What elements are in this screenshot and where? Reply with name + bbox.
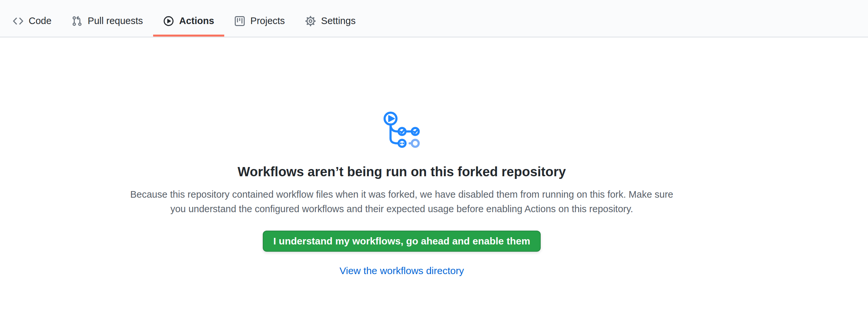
gear-icon xyxy=(305,16,316,26)
git-pull-request-icon xyxy=(72,16,82,26)
tab-label: Pull requests xyxy=(88,16,143,26)
tab-label: Actions xyxy=(179,16,214,26)
tab-label: Projects xyxy=(250,16,285,26)
tab-settings[interactable]: Settings xyxy=(295,5,366,37)
tab-label: Code xyxy=(29,16,51,26)
play-circle-icon xyxy=(163,16,174,26)
enable-button-row: I understand my workflows, go ahead and … xyxy=(128,216,675,252)
workflow-graph-icon xyxy=(128,111,675,150)
enable-workflows-button[interactable]: I understand my workflows, go ahead and … xyxy=(263,230,541,252)
tab-pull-requests[interactable]: Pull requests xyxy=(62,5,153,37)
repo-nav: CodePull requestsActionsProjectsSettings xyxy=(0,0,868,37)
workflows-disabled-notice: Workflows aren’t being run on this forke… xyxy=(128,111,675,277)
code-icon xyxy=(13,16,23,26)
repo-tab-list: CodePull requestsActionsProjectsSettings xyxy=(3,5,366,37)
view-workflows-directory-link[interactable]: View the workflows directory xyxy=(340,265,464,277)
notice-description: Because this repository contained workfl… xyxy=(128,187,675,216)
tab-label: Settings xyxy=(321,16,355,26)
tab-projects[interactable]: Projects xyxy=(224,5,295,37)
project-icon xyxy=(235,16,245,26)
tab-actions[interactable]: Actions xyxy=(153,5,224,37)
actions-page: Workflows aren’t being run on this forke… xyxy=(0,111,868,277)
tab-code[interactable]: Code xyxy=(3,5,62,37)
notice-title: Workflows aren’t being run on this forke… xyxy=(128,163,675,180)
workflows-link-row: View the workflows directory xyxy=(128,252,675,277)
